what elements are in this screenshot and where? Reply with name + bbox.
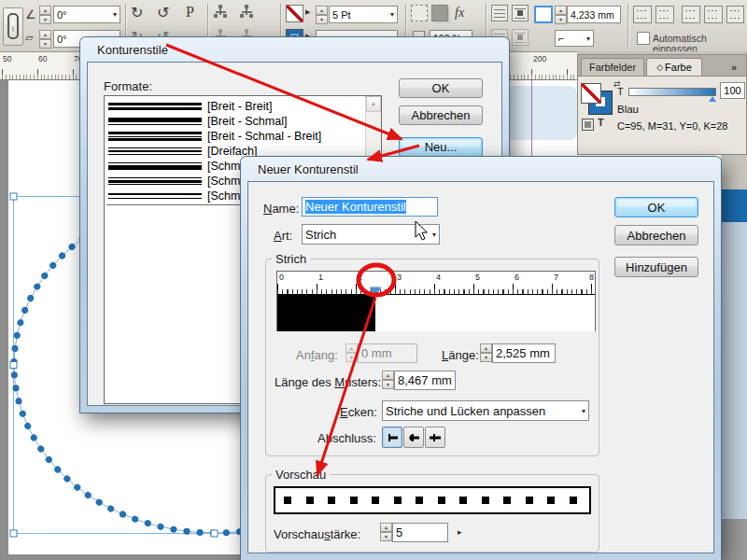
start-stepper: ▴▾: [345, 343, 358, 361]
flip-horizontal-icon[interactable]: [213, 5, 228, 20]
fill-proxy-swatch-none[interactable]: [581, 83, 601, 104]
list-item[interactable]: [Breit - Schmal - Breit]: [105, 129, 365, 144]
rotation-angle-icon: ∠: [25, 8, 36, 21]
new-style-button[interactable]: Neu...: [399, 137, 483, 157]
stroke-swatch-arrow-icon[interactable]: ▶: [305, 8, 310, 16]
stroke-weight-combo[interactable]: 5 Pt▾: [329, 6, 398, 23]
style-preview: [108, 116, 202, 127]
panel-tab-bar: Farbfelder ◇Farbe »: [578, 55, 746, 77]
panel-dock-strip: [721, 222, 747, 519]
stroke-styles-dialog-titlebar[interactable]: Konturenstile: [87, 37, 502, 62]
pattern-length-stepper[interactable]: ▴▾: [382, 371, 394, 388]
paragraph-icon[interactable]: P: [186, 5, 194, 20]
corner-style-combo[interactable]: ⌐▾: [555, 30, 594, 47]
start-label: Anfang:: [296, 348, 338, 362]
rotation-stepper[interactable]: ▴▾: [39, 6, 51, 23]
tint-slider-label: T: [617, 86, 624, 97]
style-preview: [108, 175, 202, 187]
corner-options-icon[interactable]: [534, 6, 553, 23]
formatting-affects-text-icon[interactable]: T: [598, 117, 604, 128]
fit-frame-to-content-icon[interactable]: [655, 6, 674, 23]
dash-ruler-numbers: 0 1 2 3 4 5 6 7 8: [277, 272, 595, 284]
constrain-link-button[interactable]: [3, 7, 23, 46]
tint-slider-thumb[interactable]: [709, 96, 716, 102]
style-preview: [108, 190, 202, 202]
corner-radius-stepper[interactable]: ▴▾: [555, 6, 567, 23]
corner-radius-field[interactable]: 4,233 mm: [567, 6, 621, 23]
preview-group-label: Vorschau: [272, 468, 330, 482]
panel-cycle-icon: ◇: [656, 63, 663, 72]
dash-track[interactable]: [277, 295, 595, 331]
dash-group-label: Strich: [272, 252, 310, 266]
rotate-cw-icon[interactable]: ↻: [131, 6, 143, 21]
stroke-weight-stepper[interactable]: ▴▾: [316, 6, 328, 23]
chevron-down-icon[interactable]: ▾: [582, 407, 585, 415]
wrap-next-column-icon[interactable]: [512, 29, 529, 46]
shear-angle-icon: ▱: [25, 33, 33, 43]
rotate-ccw-icon[interactable]: ↺: [157, 6, 169, 21]
round-cap-button[interactable]: [403, 427, 424, 448]
corners-label: Ecken:: [340, 405, 377, 419]
stroke-none-swatch[interactable]: [286, 5, 303, 22]
transparency-icon[interactable]: [411, 5, 428, 21]
list-item[interactable]: [Breit - Breit]: [105, 99, 365, 114]
fill-frame-proportionally-icon[interactable]: [704, 6, 723, 23]
ok-button[interactable]: OK: [614, 197, 698, 217]
dock-background: [721, 155, 747, 189]
formats-label: Formate:: [104, 79, 152, 93]
formatting-affects-container-icon[interactable]: [582, 119, 594, 131]
preview-weight-field[interactable]: 5: [392, 523, 448, 542]
wrap-none-icon[interactable]: [491, 5, 508, 21]
fit-content-proportionally-icon[interactable]: [726, 6, 744, 23]
length-field[interactable]: 2,525 mm: [492, 343, 556, 363]
length-label: Länge:: [442, 348, 479, 362]
panel-dock-header: [721, 189, 747, 222]
swatch-name: Blau: [617, 104, 639, 115]
preview-weight-flyout-icon[interactable]: ▸: [458, 527, 462, 537]
center-content-icon[interactable]: [682, 6, 700, 23]
effects-fx-icon[interactable]: fx: [455, 7, 464, 20]
projecting-cap-button[interactable]: [425, 427, 445, 448]
scroll-up-icon[interactable]: ▲: [366, 96, 381, 112]
tab-farbfelder[interactable]: Farbfelder: [581, 58, 644, 76]
autofit-checkbox[interactable]: [637, 32, 650, 45]
dash-ruler-ticks: [277, 284, 595, 295]
dash-pattern-ruler[interactable]: 0 1 2 3 4 5 6 7 8: [276, 271, 596, 331]
pattern-length-field[interactable]: 8,467 mm: [394, 371, 456, 390]
new-stroke-style-dialog-titlebar[interactable]: Neuer Konturenstil: [247, 157, 714, 181]
stroke-preview: [274, 486, 591, 514]
name-label: Name:: [263, 202, 299, 216]
shear-stepper[interactable]: ▴▾: [39, 30, 51, 48]
dash-length-marker[interactable]: [370, 287, 381, 295]
chevron-down-icon[interactable]: ▾: [432, 231, 436, 239]
rotation-angle-combo[interactable]: 0°▾: [53, 6, 120, 23]
pattern-length-label: Länge des Musters:: [275, 375, 381, 389]
flip-vertical-icon[interactable]: [239, 5, 254, 20]
tint-value-field[interactable]: 100: [720, 82, 745, 99]
style-preview: [108, 146, 202, 157]
fit-content-to-frame-icon[interactable]: [633, 6, 652, 23]
cancel-button[interactable]: Abbrechen: [399, 105, 483, 125]
color-panel: Farbfelder ◇Farbe » ⇄ T T 100 Blau C=95,…: [577, 54, 747, 155]
list-item[interactable]: [Breit - Schmal]: [105, 114, 365, 129]
wrap-around-icon[interactable]: [512, 5, 529, 21]
length-stepper[interactable]: ▴▾: [480, 343, 492, 361]
dash-segment[interactable]: [277, 295, 375, 331]
dialog-title: Neuer Konturenstil: [258, 162, 359, 176]
type-combo[interactable]: Strich▾: [302, 224, 440, 245]
drop-shadow-icon[interactable]: [431, 5, 448, 21]
butt-cap-button[interactable]: [382, 427, 402, 448]
link-icon: [7, 13, 19, 39]
corners-combo[interactable]: Striche und Lücken anpassen▾: [382, 400, 589, 421]
collapse-panel-icon[interactable]: »: [723, 58, 745, 76]
new-stroke-style-dialog: Neuer Konturenstil Name: Neuer Konturens…: [241, 157, 721, 560]
name-field[interactable]: Neuer Konturenstil: [302, 197, 438, 217]
dialog-title: Konturenstile: [97, 43, 168, 57]
style-preview: [108, 101, 202, 112]
preview-weight-stepper[interactable]: ▴▾: [380, 523, 392, 540]
tint-slider[interactable]: [628, 88, 716, 96]
add-button[interactable]: Hinzufügen: [614, 257, 698, 277]
cancel-button[interactable]: Abbrechen: [614, 225, 698, 245]
tab-farbe[interactable]: ◇Farbe: [646, 58, 702, 76]
ok-button[interactable]: OK: [399, 78, 483, 98]
